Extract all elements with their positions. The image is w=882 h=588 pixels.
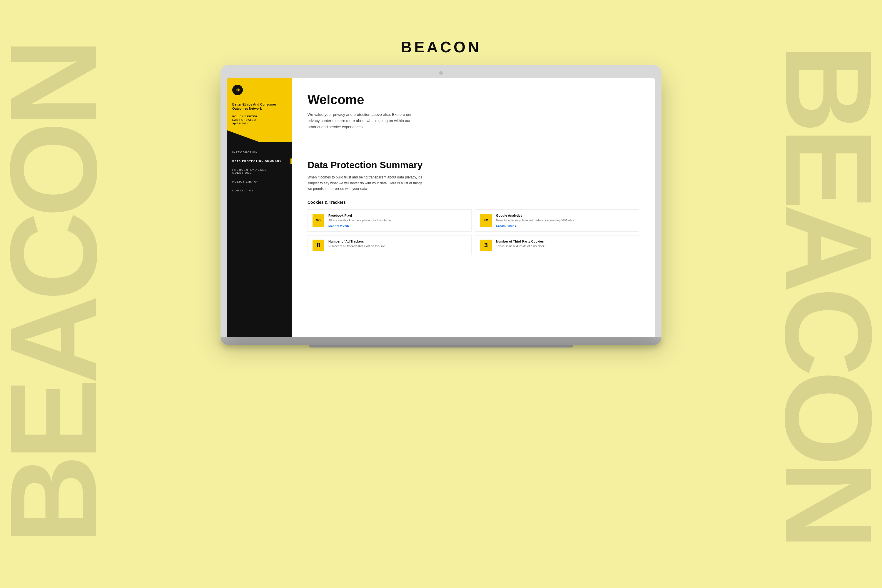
tracker-learn-more-google[interactable]: LEARN MORE (496, 224, 634, 227)
laptop-shell: ➔ Better Ethics And Consumer Outcomes Ne… (220, 64, 662, 337)
sidebar-item-introduction[interactable]: INTRODUCTION (232, 151, 286, 154)
sidebar-item-faq[interactable]: FREQUENTLY ASKED QUESTIONS (232, 168, 286, 174)
background-text-left: BEACON (0, 44, 124, 544)
tracker-card-facebook: NO Facebook Pixel Allows Facebook to tra… (308, 209, 472, 232)
data-protection-title: Data Protection Summary (308, 160, 639, 171)
app-title: BEACON (401, 38, 481, 56)
tracker-desc-google: Gives Google insights to web behavior ac… (496, 219, 634, 222)
sidebar-logo: ➔ (232, 85, 243, 95)
welcome-title: Welcome (308, 92, 639, 107)
sidebar-last-updated-label: LAST UPDATED (232, 118, 286, 122)
tracker-badge-google: NO (480, 214, 492, 227)
sidebar-policy-label: POLICY CENTER (232, 115, 286, 118)
laptop-camera (439, 71, 443, 75)
data-protection-section: Data Protection Summary When it comes to… (308, 160, 639, 255)
data-protection-description: When it comes to build trust and being t… (308, 175, 425, 192)
welcome-description: We value your privacy and protection abo… (308, 112, 419, 130)
tracker-info-third-party: Number of Third-Party Cookies This is so… (496, 240, 634, 250)
laptop-mockup: ➔ Better Ethics And Consumer Outcomes Ne… (220, 64, 662, 348)
tracker-badge-ad-trackers: 8 (312, 240, 324, 251)
app-main-content: Welcome We value your privacy and protec… (292, 78, 655, 337)
sidebar-item-policy-library[interactable]: POLICY LIBARY (232, 180, 286, 183)
sidebar-item-contact-us[interactable]: CONTACT US (232, 189, 286, 192)
sidebar-org-name: Better Ethics And Consumer Outcomes Netw… (232, 102, 286, 111)
tracker-info-google: Google Analytics Gives Google insights t… (496, 214, 634, 227)
welcome-section: Welcome We value your privacy and protec… (308, 92, 639, 145)
tracker-name-third-party: Number of Third-Party Cookies (496, 240, 634, 243)
tracker-desc-facebook: Allows Facebook to track you across the … (328, 219, 466, 222)
cookies-trackers-title: Cookies & Trackers (308, 200, 639, 205)
tracker-card-google: NO Google Analytics Gives Google insight… (475, 209, 639, 232)
tracker-desc-ad-trackers: Number of ad trackers that exist on this… (328, 244, 466, 248)
trackers-grid: NO Facebook Pixel Allows Facebook to tra… (308, 209, 639, 255)
app-sidebar: ➔ Better Ethics And Consumer Outcomes Ne… (227, 78, 292, 337)
sidebar-divider (227, 130, 292, 142)
tracker-info-facebook: Facebook Pixel Allows Facebook to track … (328, 214, 466, 227)
sidebar-header: ➔ Better Ethics And Consumer Outcomes Ne… (227, 78, 292, 130)
laptop-screen: ➔ Better Ethics And Consumer Outcomes Ne… (227, 78, 655, 337)
sidebar-last-updated-date: April 9, 2021 (232, 122, 286, 125)
laptop-foot (309, 345, 573, 348)
background-text-right: BEACON (758, 44, 882, 544)
sidebar-nav: INTRODUCTION DATA PROTECTION SUMMARY FRE… (227, 142, 292, 201)
arrow-icon: ➔ (236, 87, 240, 93)
tracker-badge-facebook: NO (312, 214, 324, 227)
sidebar-item-data-protection[interactable]: DATA PROTECTION SUMMARY (232, 160, 286, 163)
tracker-name-facebook: Facebook Pixel (328, 214, 466, 217)
tracker-name-google: Google Analytics (496, 214, 634, 217)
tracker-name-ad-trackers: Number of Ad Trackers (328, 240, 466, 243)
tracker-learn-more-facebook[interactable]: LEARN MORE (328, 224, 466, 227)
tracker-card-third-party: 3 Number of Third-Party Cookies This is … (475, 235, 639, 255)
tracker-desc-third-party: This is some text inside of a div block. (496, 244, 634, 248)
tracker-badge-third-party: 3 (480, 240, 492, 251)
tracker-info-ad-trackers: Number of Ad Trackers Number of ad track… (328, 240, 466, 250)
tracker-card-ad-trackers: 8 Number of Ad Trackers Number of ad tra… (308, 235, 472, 255)
laptop-base (220, 337, 662, 345)
